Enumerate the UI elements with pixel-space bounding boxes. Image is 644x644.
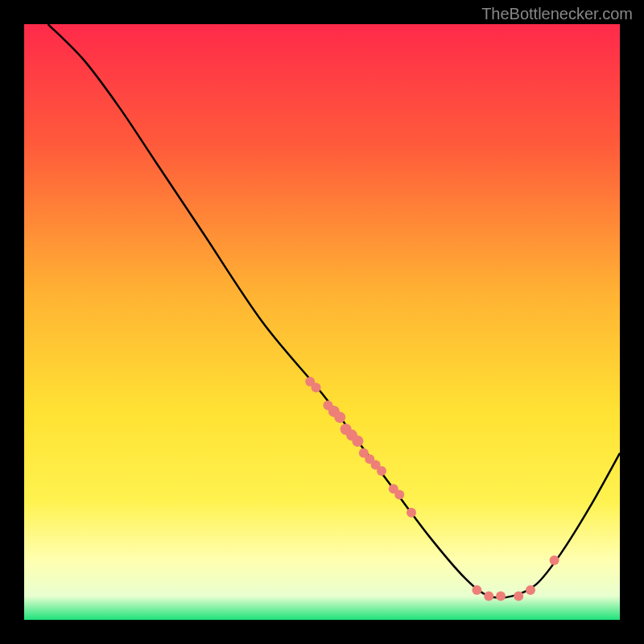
marker-dot bbox=[514, 591, 523, 601]
marker-dot bbox=[550, 555, 559, 565]
chart-container: TheBottlenecker.com bbox=[0, 0, 644, 644]
plot-area bbox=[24, 24, 620, 620]
marker-dot bbox=[484, 591, 493, 601]
marker-dot bbox=[472, 585, 481, 595]
marker-dot bbox=[352, 436, 363, 447]
chart-svg bbox=[24, 24, 620, 620]
marker-dot bbox=[394, 490, 404, 500]
attribution-text: TheBottlenecker.com bbox=[481, 5, 633, 23]
marker-dot bbox=[407, 508, 416, 518]
marker-dot bbox=[334, 411, 345, 423]
chart-background bbox=[24, 24, 620, 620]
marker-dot bbox=[377, 466, 386, 476]
marker-dot bbox=[496, 591, 506, 601]
marker-dot bbox=[312, 382, 321, 392]
marker-dot bbox=[526, 585, 535, 595]
